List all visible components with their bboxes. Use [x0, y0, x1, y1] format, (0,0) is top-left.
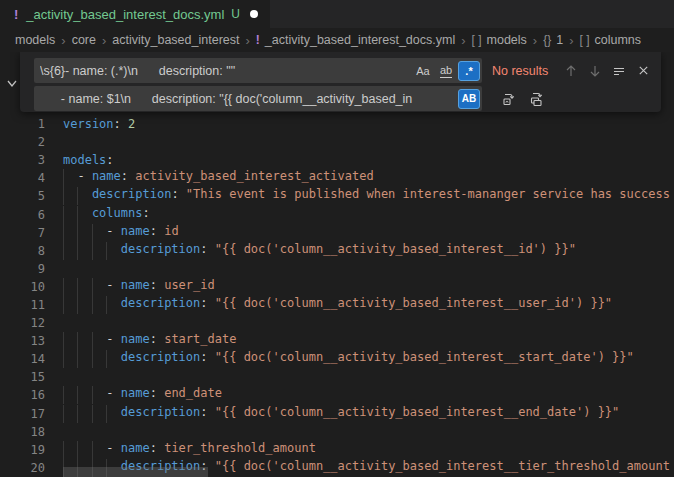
code-line: 13- name: start_date — [0, 332, 674, 350]
code-line-content[interactable]: description: "{{ doc('column__activity_b… — [63, 296, 674, 314]
modified-dot-icon[interactable] — [250, 10, 258, 18]
find-in-selection-icon — [612, 64, 626, 78]
breadcrumb-item[interactable]: !_activity_based_interest_docs.yml — [256, 33, 455, 47]
indent-guide — [63, 441, 106, 459]
breadcrumb-separator-icon: › — [461, 33, 465, 48]
yaml-file-icon: ! — [256, 33, 260, 47]
line-number: 8 — [0, 244, 45, 258]
code-line: 16- name: end_date — [0, 386, 674, 404]
close-icon — [637, 64, 650, 77]
code-line: 7- name: id — [0, 224, 674, 242]
find-input[interactable]: \s{6}- name: (.*)\n description: "" Aa a… — [34, 58, 482, 83]
breadcrumb-separator-icon: › — [61, 33, 65, 48]
indent-guide — [63, 169, 77, 187]
find-in-selection-button[interactable] — [609, 61, 629, 81]
code-lines: 1version: 223models:4- name: activity_ba… — [0, 52, 674, 477]
git-status-badge: U — [231, 7, 240, 21]
breadcrumb-label: models — [487, 33, 527, 47]
breadcrumb-label: 1 — [556, 33, 563, 47]
breadcrumb-item[interactable]: models — [15, 33, 55, 47]
breadcrumb-item[interactable]: activity_based_interest — [112, 33, 239, 47]
code-line: 12 — [0, 314, 674, 332]
line-number: 4 — [0, 171, 45, 185]
breadcrumb-item[interactable]: {}1 — [543, 33, 563, 47]
breadcrumb-separator-icon: › — [245, 33, 249, 48]
replace-actions — [492, 88, 548, 110]
tab-active[interactable]: ! _activity_based_interest_docs.yml U — [0, 0, 270, 28]
code-line-content[interactable]: description: "{{ doc('column__activity_b… — [63, 405, 674, 423]
code-line-content[interactable]: version: 2 — [63, 117, 674, 131]
breadcrumb-item[interactable]: [ ]models — [472, 33, 527, 47]
breadcrumb-separator-icon: › — [102, 33, 106, 48]
indent-guide — [63, 296, 121, 314]
preserve-case-toggle[interactable]: AB — [458, 89, 480, 109]
code-line: 17description: "{{ doc('column__activity… — [0, 405, 674, 423]
breadcrumb-separator-icon: › — [569, 33, 573, 48]
indent-guide — [63, 405, 121, 423]
code-line: 19- name: tier_threshold_amount — [0, 441, 674, 459]
code-line: 18 — [0, 423, 674, 441]
next-match-button[interactable] — [585, 61, 605, 81]
breadcrumb-label: activity_based_interest — [112, 33, 239, 47]
line-number: 13 — [0, 334, 45, 348]
code-line-content[interactable]: - name: user_id — [63, 278, 674, 296]
breadcrumb-label: _activity_based_interest_docs.yml — [265, 33, 455, 47]
breadcrumb: models›core›activity_based_interest›!_ac… — [0, 28, 674, 52]
breadcrumb-label: columns — [595, 33, 642, 47]
breadcrumb-item[interactable]: [ ]columns — [580, 33, 642, 47]
replace-input[interactable]: - name: $1\n description: "{{ doc('colum… — [34, 86, 482, 111]
replace-icon — [501, 91, 517, 107]
code-line: 10- name: user_id — [0, 278, 674, 296]
line-number: 11 — [0, 298, 45, 312]
code-line: 9 — [0, 260, 674, 278]
indent-guide — [63, 278, 106, 296]
find-query: \s{6}- name: (.*)\n description: "" — [40, 64, 411, 78]
code-line: 4- name: activity_based_interest_activat… — [0, 169, 674, 187]
code-line: 14description: "{{ doc('column__activity… — [0, 350, 674, 368]
line-number: 1 — [0, 117, 45, 131]
match-case-toggle[interactable]: Aa — [412, 61, 434, 81]
breadcrumb-separator-icon: › — [533, 33, 537, 48]
line-number: 5 — [0, 189, 45, 203]
symbol-icon: [ ] — [580, 33, 590, 47]
code-line: 3models: — [0, 151, 674, 169]
line-number: 12 — [0, 316, 45, 330]
regex-toggle[interactable]: .* — [458, 61, 480, 81]
replace-all-button[interactable] — [526, 88, 548, 110]
line-number: 9 — [0, 262, 45, 276]
whole-word-toggle[interactable]: ab — [435, 61, 457, 81]
indent-guide — [63, 332, 106, 350]
line-number: 17 — [0, 407, 45, 421]
line-number: 3 — [0, 153, 45, 167]
code-line-content[interactable]: description: "{{ doc('column__activity_b… — [63, 242, 674, 260]
code-line: 11description: "{{ doc('column__activity… — [0, 296, 674, 314]
line-number: 19 — [0, 443, 45, 457]
close-find-button[interactable] — [633, 61, 653, 81]
find-status: No results — [492, 64, 548, 78]
code-line-content[interactable]: columns: — [63, 206, 674, 224]
code-line-content[interactable]: - name: activity_based_interest_activate… — [63, 169, 674, 187]
line-number: 7 — [0, 226, 45, 240]
code-line-content[interactable]: - name: id — [63, 224, 674, 242]
line-number: 16 — [0, 388, 45, 402]
code-line-content[interactable]: models: — [63, 153, 674, 167]
code-line-content[interactable]: - name: tier_threshold_amount — [63, 441, 674, 459]
indent-guide — [63, 224, 106, 242]
code-line: 1version: 2 — [0, 115, 674, 133]
breadcrumb-item[interactable]: core — [72, 33, 96, 47]
code-line-content[interactable]: - name: start_date — [63, 332, 674, 350]
replace-button[interactable] — [498, 88, 520, 110]
indent-guide — [63, 242, 121, 260]
code-line-content[interactable]: description: "This event is published wh… — [63, 187, 674, 205]
horizontal-scrollbar[interactable] — [63, 467, 208, 477]
previous-match-button[interactable] — [561, 61, 581, 81]
breadcrumb-label: models — [15, 33, 55, 47]
indent-guide — [63, 386, 106, 404]
editor[interactable]: \s{6}- name: (.*)\n description: "" Aa a… — [0, 52, 674, 477]
code-line-content[interactable]: - name: end_date — [63, 386, 674, 404]
code-line: 6columns: — [0, 205, 674, 223]
find-actions — [557, 61, 653, 81]
toggle-replace-chevron-icon[interactable] — [5, 76, 19, 90]
code-line-content[interactable]: description: "{{ doc('column__activity_b… — [63, 350, 674, 368]
line-number: 14 — [0, 352, 45, 366]
